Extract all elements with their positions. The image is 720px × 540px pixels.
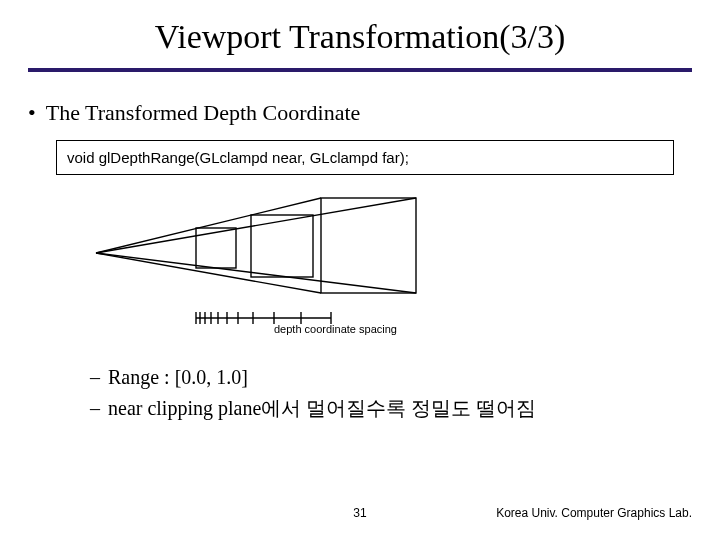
page-title: Viewport Transformation(3/3)	[28, 18, 692, 64]
sub-bullet-2-text: near clipping plane에서 멀어질수록 정밀도 떨어짐	[108, 395, 536, 422]
svg-line-6	[96, 253, 416, 293]
bullet-dash: –	[90, 397, 100, 420]
bullet-level-1: • The Transformed Depth Coordinate	[28, 100, 692, 126]
sub-bullet-list: – Range : [0.0, 1.0] – near clipping pla…	[90, 366, 692, 422]
sub-bullet-2: – near clipping plane에서 멀어질수록 정밀도 떨어짐	[90, 395, 692, 422]
svg-rect-2	[196, 228, 236, 268]
svg-line-5	[96, 253, 321, 293]
page-number: 31	[353, 506, 366, 520]
bullet-text: The Transformed Depth Coordinate	[46, 100, 361, 126]
footer-lab: Korea Univ. Computer Graphics Lab.	[496, 506, 692, 520]
code-signature-box: void glDepthRange(GLclampd near, GLclamp…	[56, 140, 674, 175]
sub-bullet-1-text: Range : [0.0, 1.0]	[108, 366, 248, 389]
slide: Viewport Transformation(3/3) • The Trans…	[0, 0, 720, 540]
sub-bullet-1: – Range : [0.0, 1.0]	[90, 366, 692, 389]
frustum-figure: depth coordinate spacing	[86, 193, 436, 348]
svg-line-4	[96, 198, 416, 253]
title-underline	[28, 68, 692, 72]
code-text: void glDepthRange(GLclampd near, GLclamp…	[67, 149, 409, 166]
figure-caption: depth coordinate spacing	[274, 323, 397, 335]
bullet-dot: •	[28, 100, 36, 126]
bullet-dash: –	[90, 366, 100, 389]
svg-line-3	[96, 198, 321, 253]
footer: 31 Korea Univ. Computer Graphics Lab.	[0, 506, 720, 524]
